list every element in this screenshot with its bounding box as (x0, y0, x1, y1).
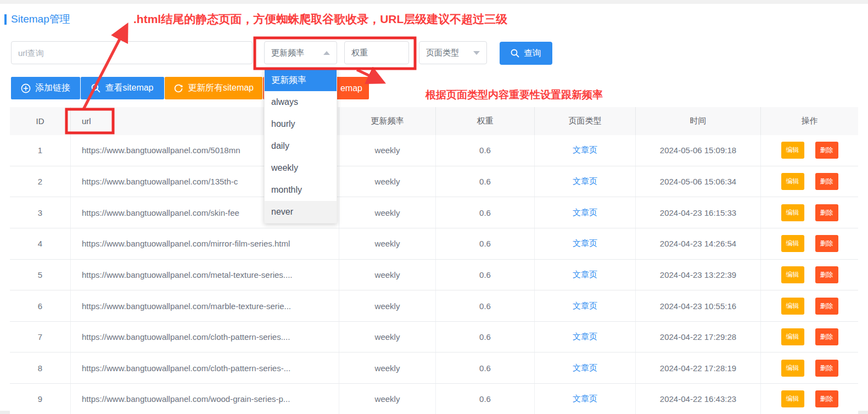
cell-operations: 编辑删除 (760, 135, 858, 166)
search-icon (511, 49, 519, 58)
edit-button[interactable]: 编辑 (781, 142, 804, 159)
delete-button[interactable]: 删除 (815, 298, 838, 315)
delete-button[interactable]: 删除 (815, 266, 838, 283)
view-sitemap-button[interactable]: 查看sitemap (81, 77, 164, 99)
cell-id: 2 (10, 166, 70, 197)
search-button[interactable]: 查询 (500, 42, 552, 65)
chevron-down-icon (473, 51, 480, 55)
chevron-up-icon (323, 51, 330, 55)
page-type-select[interactable]: 页面类型 (419, 41, 487, 64)
cell-url: https://www.bangtuowallpanel.com/cloth-p… (70, 353, 339, 383)
cell-operations: 编辑删除 (760, 260, 858, 290)
search-button-label: 查询 (524, 48, 541, 59)
top-strip (0, 0, 868, 4)
dropdown-option-always[interactable]: always (265, 91, 337, 113)
frequency-select-label: 更新频率 (271, 48, 323, 58)
weight-select[interactable]: 权重 (344, 41, 409, 64)
edit-button[interactable]: 编辑 (781, 298, 804, 315)
column-header: ID (10, 107, 70, 135)
edit-button[interactable]: 编辑 (781, 204, 804, 221)
dropdown-options: alwayshourlydailyweeklymonthlynever (265, 91, 337, 223)
annotation-right-note: 根据页面类型内容重要性设置跟新频率 (425, 88, 603, 102)
cell-page-type: 文章页 (534, 228, 635, 259)
edit-button[interactable]: 编辑 (781, 390, 804, 407)
edit-button[interactable]: 编辑 (781, 266, 804, 283)
dropdown-option-daily[interactable]: daily (265, 135, 337, 157)
page-type-link[interactable]: 文章页 (573, 238, 597, 249)
table-row: 7https://www.bangtuowallpanel.com/cloth-… (10, 322, 858, 353)
edit-button[interactable]: 编辑 (781, 235, 804, 252)
page-type-link[interactable]: 文章页 (573, 176, 597, 187)
page-type-select-label: 页面类型 (426, 48, 473, 58)
delete-button[interactable]: 删除 (815, 360, 838, 377)
page-type-link[interactable]: 文章页 (573, 394, 597, 404)
page-type-link[interactable]: 文章页 (573, 208, 597, 218)
cell-page-type: 文章页 (534, 290, 635, 321)
cell-time: 2024-04-23 10:55:16 (635, 290, 760, 321)
table-row: 9https://www.bangtuowallpanel.com/wood-g… (10, 384, 858, 414)
cell-time: 2024-05-06 15:06:34 (635, 166, 760, 197)
update-all-sitemap-button[interactable]: 更新所有sitemap (165, 77, 262, 99)
frequency-select[interactable]: 更新频率 (264, 41, 337, 64)
frequency-dropdown-panel: 更新频率 alwayshourlydailyweeklymonthlynever (264, 69, 337, 223)
cell-weight: 0.6 (435, 322, 534, 353)
add-link-label: 添加链接 (35, 82, 70, 94)
edit-button[interactable]: 编辑 (781, 173, 804, 190)
delete-button[interactable]: 删除 (815, 328, 838, 345)
cell-frequency: weekly (339, 135, 435, 166)
url-search-input[interactable] (11, 41, 253, 64)
edit-button[interactable]: 编辑 (781, 328, 804, 345)
delete-button[interactable]: 删除 (815, 235, 838, 252)
add-link-button[interactable]: 添加链接 (11, 77, 80, 99)
page-type-link[interactable]: 文章页 (573, 270, 597, 280)
table-row: 8https://www.bangtuowallpanel.com/cloth-… (10, 353, 858, 384)
cell-url: https://www.bangtuowallpanel.com/wood-gr… (70, 384, 339, 414)
cell-operations: 编辑删除 (760, 353, 858, 383)
table-row: 4https://www.bangtuowallpanel.com/mirror… (10, 228, 858, 260)
delete-button[interactable]: 删除 (815, 142, 838, 159)
delete-button[interactable]: 删除 (815, 390, 838, 407)
page-type-link[interactable]: 文章页 (573, 145, 597, 155)
cell-page-type: 文章页 (534, 260, 635, 290)
cell-id: 7 (10, 322, 70, 353)
plus-circle-icon (21, 83, 31, 93)
cell-operations: 编辑删除 (760, 228, 858, 259)
cell-frequency: weekly (339, 228, 435, 259)
cell-url: https://www.bangtuowallpanel.com/metal-t… (70, 260, 339, 290)
cell-id: 6 (10, 290, 70, 321)
page-type-link[interactable]: 文章页 (573, 363, 597, 373)
column-header: 时间 (635, 107, 760, 135)
cell-frequency: weekly (339, 384, 435, 414)
cell-weight: 0.6 (435, 290, 534, 321)
cell-operations: 编辑删除 (760, 290, 858, 321)
update-all-sitemap-label: 更新所有sitemap (188, 82, 254, 94)
page-type-link[interactable]: 文章页 (573, 332, 597, 342)
cell-time: 2024-04-22 17:28:19 (635, 353, 760, 383)
cell-page-type: 文章页 (534, 197, 635, 228)
delete-button[interactable]: 删除 (815, 173, 838, 190)
dropdown-option-monthly[interactable]: monthly (265, 179, 337, 201)
cell-id: 8 (10, 353, 70, 383)
cell-weight: 0.6 (435, 135, 534, 166)
view-sitemap-label: 查看sitemap (105, 82, 153, 94)
delete-button[interactable]: 删除 (815, 204, 838, 221)
table-body: 1https://www.bangtuowallpanel.com/5018mn… (10, 135, 858, 414)
table-row: 2https://www.bangtuowallpanel.com/135th-… (10, 166, 858, 198)
dropdown-option-selected[interactable]: 更新频率 (265, 69, 337, 91)
edit-button[interactable]: 编辑 (781, 360, 804, 377)
column-header: 更新频率 (339, 107, 435, 135)
cell-page-type: 文章页 (534, 166, 635, 197)
dropdown-option-hourly[interactable]: hourly (265, 113, 337, 135)
page-type-link[interactable]: 文章页 (573, 301, 597, 311)
table-header-row: IDurl更新频率权重页面类型时间操作 (10, 107, 858, 135)
cell-time: 2024-04-23 16:15:33 (635, 197, 760, 228)
annotation-top-note: .html结尾的静态页面，方便蜘蛛爬取谷歌收录，URL层级建议不超过三级 (133, 12, 507, 27)
table-row: 3https://www.bangtuowallpanel.com/skin-f… (10, 197, 858, 228)
cell-frequency: weekly (339, 197, 435, 228)
dropdown-option-never[interactable]: never (265, 201, 337, 223)
cell-id: 4 (10, 228, 70, 259)
cell-frequency: weekly (339, 322, 435, 353)
cell-page-type: 文章页 (534, 135, 635, 166)
column-header: 操作 (760, 107, 858, 135)
dropdown-option-weekly[interactable]: weekly (265, 157, 337, 179)
